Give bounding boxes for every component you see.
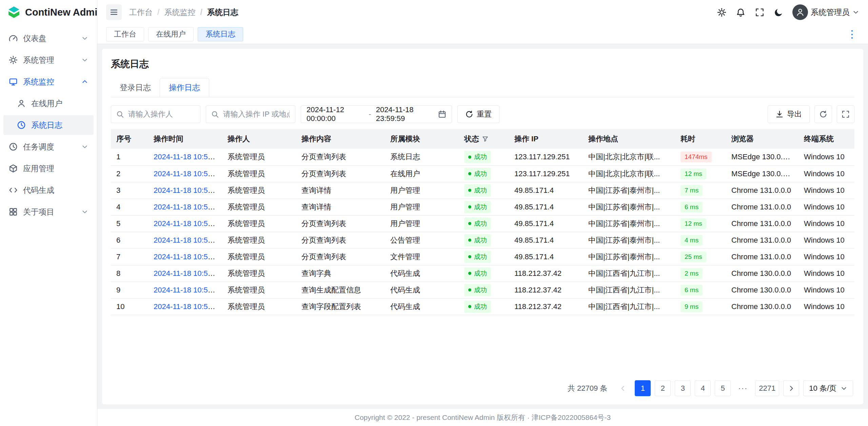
pagination-page-button[interactable]: 4 [695, 380, 711, 396]
chevron-down-icon [81, 208, 88, 215]
col-operation-time: 操作时间 [148, 129, 222, 149]
notifications-button[interactable] [733, 4, 748, 20]
filter-funnel-icon[interactable] [482, 136, 489, 142]
operation-time-link[interactable]: 2024-11-18 10:52:05 [154, 203, 222, 211]
pagination-page-button[interactable]: 2271 [755, 380, 779, 396]
cell-module: 用户管理 [385, 199, 459, 215]
sidebar-item-task-scheduler[interactable]: 任务调度 [3, 137, 94, 157]
status-label: 成功 [474, 286, 487, 295]
sidebar-item-code-generation[interactable]: 代码生成 [3, 180, 94, 200]
table-row[interactable]: 2 2024-11-18 10:52:47 系统管理员 分页查询列表 在线用户 … [111, 165, 854, 182]
ip-search[interactable] [206, 105, 295, 123]
operation-time-link[interactable]: 2024-11-18 10:51:50 [154, 269, 222, 278]
table-fullscreen-button[interactable] [837, 105, 854, 123]
tab-login-logs[interactable]: 登录日志 [111, 78, 160, 97]
pagination-page-button[interactable]: 5 [715, 380, 731, 396]
pagination-prev-button[interactable] [615, 380, 631, 396]
operation-time-link[interactable]: 2024-11-18 10:51:49 [154, 302, 222, 311]
table-row[interactable]: 1 2024-11-18 10:52:55 系统管理员 分页查询列表 系统日志 … [111, 149, 854, 165]
cell-status: 成功 [459, 149, 509, 165]
cell-operation-content: 查询详情 [296, 182, 385, 199]
sidebar-item-system-management[interactable]: 系统管理 [3, 50, 94, 70]
page-size-select[interactable]: 10 条/页 [803, 380, 853, 396]
table-row[interactable]: 4 2024-11-18 10:52:05 系统管理员 查询详情 用户管理 成功… [111, 199, 854, 215]
table-row[interactable]: 10 2024-11-18 10:51:49 系统管理员 查询字段配置列表 代码… [111, 298, 854, 315]
menu-fold-icon [110, 8, 118, 17]
table-row[interactable]: 6 2024-11-18 10:51:53 系统管理员 分页查询列表 公告管理 … [111, 232, 854, 248]
operation-time-link[interactable]: 2024-11-18 10:52:55 [154, 153, 222, 161]
pagination-next-button[interactable] [783, 380, 799, 396]
gear-icon [717, 8, 726, 17]
status-label: 成功 [474, 203, 487, 211]
operator-search[interactable] [111, 105, 200, 123]
sidebar-item-online-users[interactable]: 在线用户 [3, 94, 94, 113]
cell-operator: 系统管理员 [222, 165, 296, 182]
date-range-picker[interactable]: 2024-11-12 00:00:00 - 2024-11-18 23:59:5… [301, 105, 452, 123]
code-icon [9, 186, 18, 195]
sidebar-item-system-monitor[interactable]: 系统监控 [3, 72, 94, 92]
cell-os: Windows 10 [798, 215, 854, 232]
table-row[interactable]: 5 2024-11-18 10:51:55 系统管理员 分页查询列表 用户管理 … [111, 215, 854, 232]
table-row[interactable]: 3 2024-11-18 10:52:12 系统管理员 查询详情 用户管理 成功… [111, 182, 854, 199]
tab-more-icon[interactable]: ⋮ [845, 29, 859, 39]
tab-operation-logs[interactable]: 操作日志 [160, 78, 209, 97]
footer: Copyright © 2022 - present ContiNew Admi… [97, 409, 868, 426]
tab-online-users[interactable]: 在线用户 [148, 27, 194, 41]
status-dot-icon [468, 288, 471, 291]
tab-workbench[interactable]: 工作台 [106, 27, 144, 41]
top-header: 工作台 系统监控 系统日志 [97, 0, 868, 24]
col-browser: 浏览器 [726, 129, 798, 149]
cell-cost: 25 ms [675, 248, 726, 265]
sidebar-item-system-logs[interactable]: 系统日志 [3, 115, 94, 135]
cell-status: 成功 [459, 215, 509, 232]
pagination-page-button[interactable]: 1 [635, 380, 651, 396]
chevron-down-icon [81, 57, 88, 63]
avatar[interactable] [792, 4, 808, 20]
operation-time-link[interactable]: 2024-11-18 10:51:53 [154, 236, 222, 244]
reset-button[interactable]: 重置 [457, 105, 499, 123]
fullscreen-button[interactable] [752, 4, 767, 20]
operator-search-input[interactable] [127, 109, 195, 119]
sidebar-item-about-project[interactable]: 关于项目 [3, 202, 94, 222]
tab-system-logs[interactable]: 系统日志 [198, 27, 243, 41]
operation-time-link[interactable]: 2024-11-18 10:52:12 [154, 186, 222, 195]
status-label: 成功 [474, 186, 487, 195]
operation-time-link[interactable]: 2024-11-18 10:51:55 [154, 219, 222, 228]
export-button[interactable]: 导出 [768, 105, 810, 123]
refresh-icon [465, 110, 473, 118]
sidebar-collapse-button[interactable] [106, 4, 122, 20]
status-label: 成功 [474, 236, 487, 245]
table-row[interactable]: 7 2024-11-18 10:51:52 系统管理员 分页查询列表 文件管理 … [111, 248, 854, 265]
cell-os: Windows 10 [798, 265, 854, 282]
cell-status: 成功 [459, 182, 509, 199]
cell-operation-time: 2024-11-18 10:51:49 [148, 298, 222, 315]
cell-location: 中国|江苏省|泰州市|... [583, 248, 675, 265]
ip-search-input[interactable] [222, 109, 290, 119]
pagination-page-button[interactable]: 2 [655, 380, 671, 396]
table-refresh-button[interactable] [814, 105, 832, 123]
dark-mode-button[interactable] [771, 4, 786, 20]
operation-time-link[interactable]: 2024-11-18 10:52:47 [154, 169, 222, 178]
pagination-page-button[interactable]: 3 [675, 380, 691, 396]
cell-operator: 系统管理员 [222, 282, 296, 298]
breadcrumb-item[interactable]: 系统监控 [153, 7, 195, 18]
sidebar-item-app-management[interactable]: 应用管理 [3, 159, 94, 178]
cell-cost: 6 ms [675, 282, 726, 298]
user-menu[interactable]: 系统管理员 [790, 4, 859, 20]
user-name: 系统管理员 [811, 7, 850, 18]
cell-index: 9 [111, 282, 148, 298]
cell-module: 代码生成 [385, 298, 459, 315]
cell-browser: MSEdge 130.0.0.0 [726, 165, 798, 182]
cost-badge: 7 ms [680, 185, 703, 196]
pagination-page-button[interactable]: ··· [735, 380, 751, 396]
sidebar-item-dashboard[interactable]: 仪表盘 [3, 28, 94, 48]
table-row[interactable]: 9 2024-11-18 10:51:49 系统管理员 查询生成配置信息 代码生… [111, 282, 854, 298]
operation-time-link[interactable]: 2024-11-18 10:51:52 [154, 252, 222, 261]
table-row[interactable]: 8 2024-11-18 10:51:50 系统管理员 查询字典 代码生成 成功… [111, 265, 854, 282]
breadcrumb-item[interactable]: 工作台 [129, 7, 153, 18]
brand[interactable]: ContiNew Admin [0, 0, 97, 24]
settings-button[interactable] [714, 4, 729, 20]
operation-time-link[interactable]: 2024-11-18 10:51:49 [154, 286, 222, 294]
user-icon [17, 99, 26, 108]
status-badge: 成功 [464, 251, 491, 263]
